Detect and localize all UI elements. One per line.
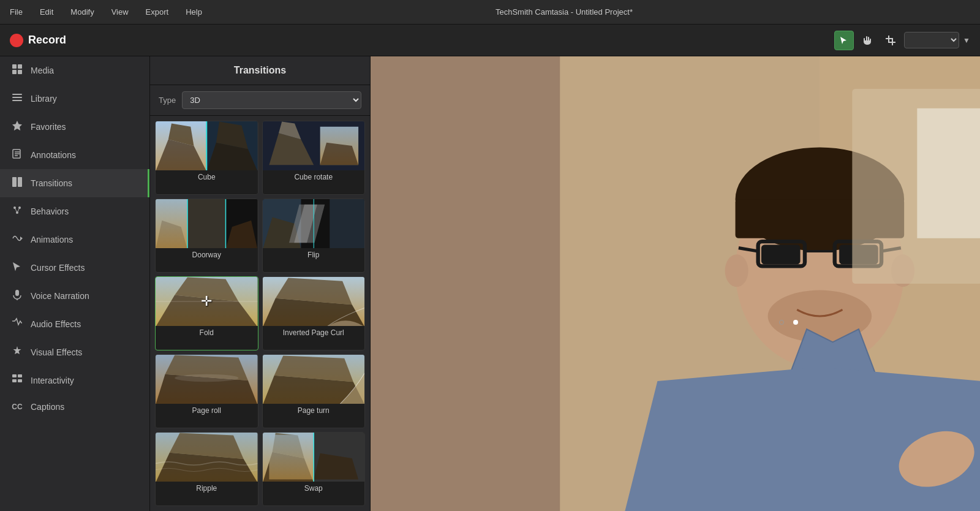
record-dot — [10, 34, 23, 47]
transition-page-roll[interactable]: Page roll — [155, 354, 258, 428]
page-turn-thumb — [263, 355, 365, 404]
sidebar-label-behaviors: Behaviors — [31, 206, 69, 216]
sidebar-label-animations: Animations — [31, 235, 73, 244]
svg-rect-3 — [18, 70, 22, 74]
transition-cube-rotate[interactable]: Cube rotate — [262, 121, 366, 195]
transition-grid: Cube Cube rotate — [150, 116, 370, 511]
transition-inverted-page-curl[interactable]: Inverted Page Curl — [262, 276, 366, 350]
sidebar-item-animations[interactable]: Animations — [0, 225, 149, 254]
svg-rect-73 — [269, 435, 314, 480]
record-label: Record — [28, 34, 66, 47]
menu-view[interactable]: View — [109, 6, 131, 18]
video-preview — [371, 56, 980, 511]
sidebar-item-behaviors[interactable]: Behaviors — [0, 197, 149, 225]
audio-effects-icon — [11, 317, 23, 331]
window-title: TechSmith Camtasia - Untitled Project* — [496, 7, 633, 17]
record-button[interactable]: Record — [10, 34, 66, 47]
svg-rect-2 — [12, 70, 17, 74]
sidebar-item-voice-narration[interactable]: Voice Narration — [0, 282, 149, 310]
cube-thumb — [156, 121, 258, 170]
menu-export[interactable]: Export — [143, 6, 172, 18]
flip-label: Flip — [263, 248, 365, 262]
cursor-effects-icon — [11, 261, 23, 274]
sidebar-label-voice-narration: Voice Narration — [31, 291, 89, 301]
transition-flip[interactable]: Flip — [262, 199, 366, 273]
sidebar-item-library[interactable]: Library — [0, 85, 149, 113]
transition-cube[interactable]: Cube — [155, 121, 258, 195]
svg-rect-97 — [917, 108, 980, 238]
crop-tool[interactable] — [881, 31, 900, 50]
tool-group: 100% ▼ — [834, 31, 970, 50]
sidebar-label-favorites: Favorites — [31, 122, 66, 132]
pointer-tool[interactable] — [834, 31, 854, 50]
flip-thumb — [263, 199, 365, 248]
sidebar-item-favorites[interactable]: Favorites — [0, 113, 149, 141]
sidebar-item-annotations[interactable]: Annotations — [0, 141, 149, 169]
behaviors-icon — [11, 205, 23, 218]
interactivity-icon — [11, 374, 23, 387]
sidebar-label-library: Library — [31, 94, 57, 104]
toolbar: Record 100% ▼ — [0, 25, 980, 56]
svg-rect-78 — [371, 56, 592, 511]
transition-doorway[interactable]: Doorway — [155, 199, 258, 273]
sidebar-item-transitions[interactable]: Transitions — [0, 169, 149, 197]
svg-rect-5 — [12, 97, 22, 98]
sidebar: Media Library Favorites Annotations — [0, 56, 150, 511]
svg-rect-22 — [12, 374, 17, 377]
library-icon — [11, 92, 23, 105]
menu-modify[interactable]: Modify — [68, 6, 96, 18]
transition-fold[interactable]: ✛ Fold — [155, 276, 258, 350]
svg-line-17 — [15, 208, 17, 213]
filter-select[interactable]: 3D All 2D — [182, 91, 361, 109]
sidebar-item-cursor-effects[interactable]: Cursor Effects — [0, 254, 149, 282]
sidebar-label-visual-effects: Visual Effects — [31, 347, 82, 357]
hand-tool[interactable] — [858, 31, 877, 50]
transition-swap[interactable]: Swap — [262, 432, 366, 506]
sidebar-label-annotations: Annotations — [31, 150, 76, 160]
menu-edit[interactable]: Edit — [37, 6, 56, 18]
zoom-select[interactable]: 100% — [904, 32, 959, 48]
svg-rect-20 — [15, 290, 19, 296]
favorites-icon — [11, 120, 23, 134]
visual-effects-icon — [11, 346, 23, 359]
svg-rect-0 — [12, 64, 17, 69]
sidebar-item-visual-effects[interactable]: Visual Effects — [0, 338, 149, 366]
page-roll-thumb — [156, 355, 258, 404]
sidebar-item-interactivity[interactable]: Interactivity — [0, 366, 149, 395]
sidebar-label-cursor-effects: Cursor Effects — [31, 263, 85, 273]
svg-rect-25 — [18, 379, 22, 382]
sidebar-label-transitions: Transitions — [31, 178, 72, 188]
ripple-thumb — [156, 433, 258, 482]
sidebar-item-audio-effects[interactable]: Audio Effects — [0, 310, 149, 338]
swap-label: Swap — [263, 482, 365, 495]
sidebar-item-media[interactable]: Media — [0, 56, 149, 85]
menu-items: File Edit Modify View Export Help — [7, 6, 205, 18]
handle-left — [779, 320, 784, 325]
panel-title: Transitions — [150, 56, 370, 85]
transition-ripple[interactable]: Ripple — [155, 432, 258, 506]
page-roll-label: Page roll — [156, 404, 258, 417]
voice-narration-icon — [11, 289, 23, 303]
svg-rect-43 — [187, 199, 225, 248]
transitions-icon — [11, 176, 23, 190]
cube-rotate-thumb — [263, 121, 365, 170]
svg-point-86 — [725, 254, 748, 287]
svg-marker-7 — [12, 121, 22, 131]
canvas-area — [371, 56, 980, 511]
media-icon — [11, 64, 23, 77]
cube-label: Cube — [156, 170, 258, 184]
inverted-page-curl-thumb — [263, 277, 365, 326]
transition-page-turn[interactable]: Page turn — [262, 354, 366, 428]
menu-file[interactable]: File — [7, 6, 25, 18]
svg-rect-49 — [330, 199, 364, 248]
menu-help[interactable]: Help — [183, 6, 205, 18]
transitions-panel: Transitions Type 3D All 2D — [150, 56, 371, 511]
handle-right — [793, 320, 798, 325]
zoom-chevron: ▼ — [963, 36, 970, 45]
annotations-icon — [11, 148, 23, 162]
svg-marker-19 — [20, 237, 23, 240]
sidebar-item-captions[interactable]: CC Captions — [0, 395, 149, 419]
annotation-handles — [779, 320, 798, 325]
main-area: Media Library Favorites Annotations — [0, 56, 980, 511]
inverted-page-curl-label: Inverted Page Curl — [263, 326, 365, 339]
